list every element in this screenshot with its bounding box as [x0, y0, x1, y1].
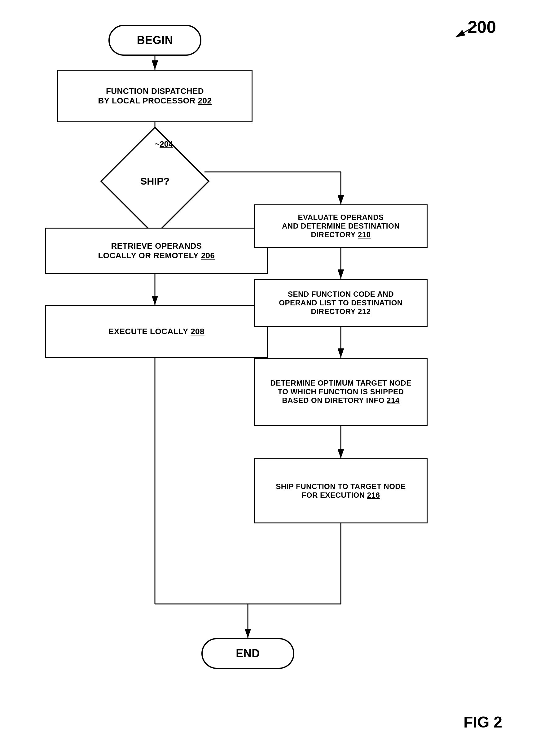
- retrieve-operands-label: RETRIEVE OPERANDSLOCALLY OR REMOTELY 206: [98, 241, 215, 260]
- function-dispatched-node: FUNCTION DISPATCHEDBY LOCAL PROCESSOR 20…: [57, 70, 253, 122]
- svg-line-14: [456, 25, 478, 37]
- determine-optimum-label: DETERMINE OPTIMUM TARGET NODETO WHICH FU…: [270, 379, 411, 405]
- ship-function-node: SHIP FUNCTION TO TARGET NODEFOR EXECUTIO…: [254, 459, 428, 523]
- begin-node: BEGIN: [108, 25, 201, 56]
- func-dispatched-ref: 202: [198, 96, 212, 105]
- send-function-label: SEND FUNCTION CODE ANDOPERAND LIST TO DE…: [279, 290, 403, 316]
- evaluate-operands-label: EVALUATE OPERANDSAND DETERMINE DESTINATI…: [282, 213, 400, 239]
- flowchart-diagram: 200 BEGIN FUNCTION DISPATCHEDBY LOCAL PR…: [0, 0, 558, 756]
- send-function-node: SEND FUNCTION CODE ANDOPERAND LIST TO DE…: [254, 279, 428, 327]
- figure-label: FIG 2: [463, 713, 502, 731]
- evaluate-operands-node: EVALUATE OPERANDSAND DETERMINE DESTINATI…: [254, 204, 428, 248]
- retrieve-operands-node: RETRIEVE OPERANDSLOCALLY OR REMOTELY 206: [45, 228, 268, 274]
- retrieve-ref: 206: [201, 251, 215, 260]
- execute-locally-node: EXECUTE LOCALLY 208: [45, 305, 268, 358]
- determine-optimum-node: DETERMINE OPTIMUM TARGET NODETO WHICH FU…: [254, 358, 428, 426]
- function-dispatched-label: FUNCTION DISPATCHEDBY LOCAL PROCESSOR 20…: [98, 86, 212, 106]
- execute-locally-label: EXECUTE LOCALLY 208: [108, 327, 204, 336]
- ship-decision-label: SHIP?: [116, 142, 194, 220]
- end-node: END: [201, 638, 294, 669]
- evaluate-ref: 210: [358, 230, 371, 239]
- ref-arrow: [447, 19, 484, 43]
- ship-decision-ref: ~204: [155, 139, 173, 149]
- ship-decision-container: SHIP?: [116, 142, 194, 220]
- determine-ref: 214: [387, 396, 400, 405]
- ship-function-ref: 216: [367, 491, 380, 499]
- end-label: END: [236, 647, 260, 660]
- execute-ref: 208: [191, 327, 204, 336]
- send-function-ref: 212: [358, 307, 371, 316]
- begin-label: BEGIN: [137, 34, 173, 47]
- ship-function-label: SHIP FUNCTION TO TARGET NODEFOR EXECUTIO…: [276, 482, 406, 500]
